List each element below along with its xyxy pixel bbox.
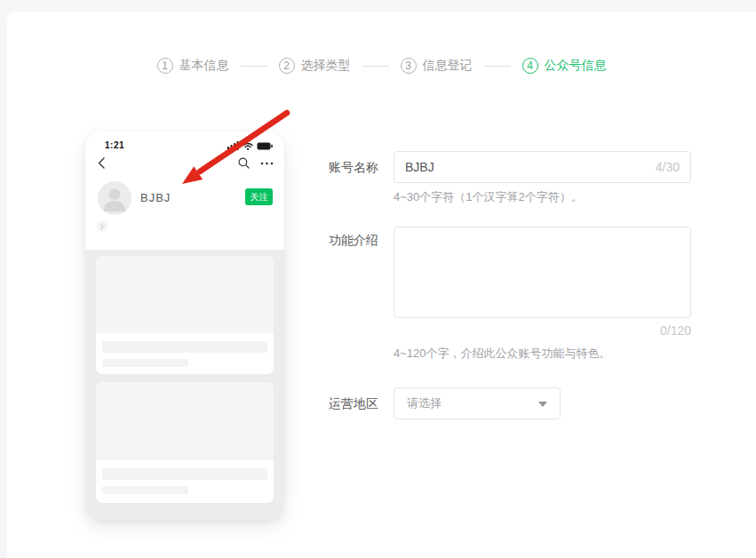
article-subtitle-placeholder [102,486,188,494]
step-connector [362,66,389,67]
article-image-placeholder [96,382,274,460]
account-name-preview: BJBJ [140,191,171,204]
step-1-label: 基本信息 [179,58,229,74]
intro-textarea[interactable] [394,227,690,317]
back-icon [98,157,105,169]
step-2-label: 选择类型 [301,58,351,74]
step-basic-info: 1 基本信息 [157,58,229,74]
step-connector [484,66,511,67]
step-4-circle: 4 [522,58,538,74]
registration-panel: 1 基本信息 2 选择类型 3 信息登记 4 公众号信息 1:21 [7,12,756,558]
red-annotation-arrow [173,102,298,195]
step-3-circle: 3 [401,58,417,74]
step-3-label: 信息登记 [423,58,473,74]
step-1-circle: 1 [157,58,173,74]
region-select-value: 请选择 [407,388,442,418]
account-name-counter: 4/30 [656,152,680,182]
caret-down-icon [538,402,547,407]
avatar-person-icon [98,181,131,215]
article-card-placeholder [96,382,274,503]
status-time: 1:21 [105,140,124,150]
account-name-input[interactable] [394,152,690,182]
article-feed-placeholder [85,250,284,520]
region-label: 运营地区 [329,387,378,419]
intro-label: 功能介绍 [329,233,378,249]
article-title-placeholder [102,341,267,353]
chevron-right-icon [97,221,107,232]
step-connector [241,66,267,67]
step-account-info: 4 公众号信息 [522,58,607,74]
account-name-label: 账号名称 [329,151,378,183]
intro-counter: 0/120 [394,323,691,338]
step-info-registration: 3 信息登记 [401,58,473,74]
step-4-label: 公众号信息 [545,58,607,74]
article-image-placeholder [96,256,274,333]
stepper: 1 基本信息 2 选择类型 3 信息登记 4 公众号信息 [7,58,756,74]
region-select[interactable]: 请选择 [394,387,561,419]
article-title-placeholder [102,468,267,480]
article-subtitle-placeholder [102,359,188,367]
account-name-hint: 4~30个字符（1个汉字算2个字符）。 [394,189,583,205]
intro-hint: 4~120个字，介绍此公众账号功能与特色。 [394,346,611,362]
step-select-type: 2 选择类型 [279,58,351,74]
step-2-circle: 2 [279,58,295,74]
article-card-placeholder [96,256,274,374]
account-name-field-wrap: 4/30 [394,151,691,183]
intro-field-wrap [394,227,691,318]
